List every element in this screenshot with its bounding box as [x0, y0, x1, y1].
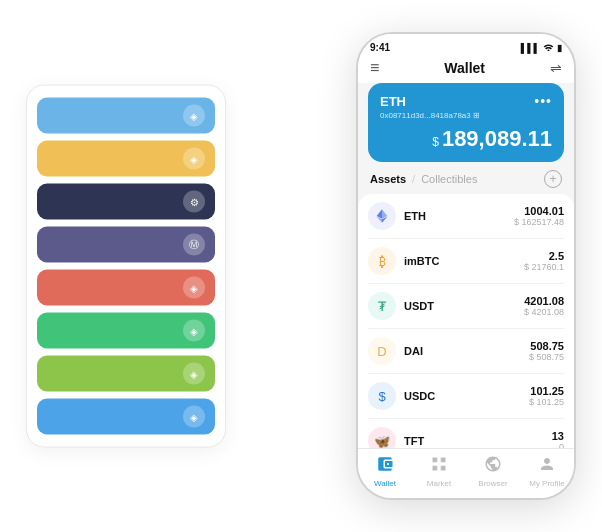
status-icons: ▌▌▌ ▮	[521, 42, 562, 53]
phone-header: ≡ Wallet ⇌	[358, 55, 574, 83]
nav-icon-wallet	[376, 455, 394, 477]
assets-tabs: Assets / Collectibles	[370, 173, 477, 185]
nav-my-profile[interactable]: My Profile	[520, 455, 574, 488]
card-item[interactable]: ⚙	[37, 184, 215, 220]
eth-card-address: 0x08711d3d...8418a78a3 ⊞	[380, 111, 552, 120]
nav-icon-market	[430, 455, 448, 477]
tab-divider: /	[412, 173, 415, 185]
card-icon: ◈	[183, 406, 205, 428]
asset-symbol: USDC	[404, 390, 529, 402]
eth-card-menu[interactable]: •••	[534, 93, 552, 109]
asset-values: 4201.08 $ 4201.08	[524, 295, 564, 317]
nav-label-browser: Browser	[478, 479, 507, 488]
asset-usd: $ 4201.08	[524, 307, 564, 317]
card-item[interactable]: ◈	[37, 313, 215, 349]
asset-values: 2.5 $ 21760.1	[524, 250, 564, 272]
nav-label-market: Market	[427, 479, 451, 488]
nav-wallet[interactable]: Wallet	[358, 455, 412, 488]
bottom-nav: Wallet Market Browser My Profile	[358, 448, 574, 498]
asset-row[interactable]: ₿ imBTC 2.5 $ 21760.1	[368, 239, 564, 284]
asset-list: ETH 1004.01 $ 162517.48 ₿ imBTC 2.5 $ 21…	[358, 194, 574, 448]
nav-label-wallet: Wallet	[374, 479, 396, 488]
card-item[interactable]: ◈	[37, 356, 215, 392]
nav-icon-my profile	[538, 455, 556, 477]
asset-icon-imbtc: ₿	[368, 247, 396, 275]
card-icon: ◈	[183, 105, 205, 127]
asset-symbol: ETH	[404, 210, 514, 222]
eth-card-balance: $189,089.11	[380, 126, 552, 152]
asset-amount: 13	[552, 430, 564, 442]
asset-row[interactable]: ETH 1004.01 $ 162517.48	[368, 194, 564, 239]
asset-row[interactable]: ₮ USDT 4201.08 $ 4201.08	[368, 284, 564, 329]
card-item[interactable]: Ⓜ	[37, 227, 215, 263]
status-bar: 9:41 ▌▌▌ ▮	[358, 34, 574, 55]
scene: ◈◈⚙Ⓜ◈◈◈◈ 9:41 ▌▌▌ ▮ ≡ Wallet ⇌ ETH	[26, 16, 576, 516]
asset-usd: $ 21760.1	[524, 262, 564, 272]
wifi-icon	[543, 42, 554, 53]
battery-icon: ▮	[557, 43, 562, 53]
asset-amount: 101.25	[529, 385, 564, 397]
asset-symbol: USDT	[404, 300, 524, 312]
asset-values: 508.75 $ 508.75	[529, 340, 564, 362]
eth-card[interactable]: ETH ••• 0x08711d3d...8418a78a3 ⊞ $189,08…	[368, 83, 564, 162]
card-item[interactable]: ◈	[37, 399, 215, 435]
scan-icon[interactable]: ⇌	[550, 60, 562, 76]
asset-icon-tft: 🦋	[368, 427, 396, 448]
asset-values: 1004.01 $ 162517.48	[514, 205, 564, 227]
asset-usd: $ 101.25	[529, 397, 564, 407]
asset-amount: 2.5	[524, 250, 564, 262]
asset-symbol: DAI	[404, 345, 529, 357]
nav-market[interactable]: Market	[412, 455, 466, 488]
asset-row[interactable]: D DAI 508.75 $ 508.75	[368, 329, 564, 374]
nav-browser[interactable]: Browser	[466, 455, 520, 488]
card-icon: Ⓜ	[183, 234, 205, 256]
assets-header: Assets / Collectibles +	[358, 170, 574, 194]
card-item[interactable]: ◈	[37, 98, 215, 134]
wallet-title: Wallet	[444, 60, 485, 76]
status-time: 9:41	[370, 42, 390, 53]
card-icon: ◈	[183, 277, 205, 299]
asset-usd: $ 162517.48	[514, 217, 564, 227]
eth-card-header: ETH •••	[380, 93, 552, 109]
phone-mockup: 9:41 ▌▌▌ ▮ ≡ Wallet ⇌ ETH ••• 0x0871	[356, 32, 576, 500]
asset-values: 101.25 $ 101.25	[529, 385, 564, 407]
nav-label-my profile: My Profile	[529, 479, 565, 488]
card-icon: ◈	[183, 363, 205, 385]
card-icon: ◈	[183, 320, 205, 342]
asset-row[interactable]: 🦋 TFT 13 0	[368, 419, 564, 448]
asset-values: 13 0	[552, 430, 564, 448]
asset-icon-usdc: $	[368, 382, 396, 410]
add-asset-button[interactable]: +	[544, 170, 562, 188]
currency-symbol: $	[432, 135, 439, 149]
asset-amount: 508.75	[529, 340, 564, 352]
asset-icon-eth	[368, 202, 396, 230]
asset-icon-usdt: ₮	[368, 292, 396, 320]
signal-icon: ▌▌▌	[521, 43, 540, 53]
menu-icon[interactable]: ≡	[370, 59, 379, 77]
eth-card-title: ETH	[380, 94, 406, 109]
balance-amount: 189,089.11	[442, 126, 552, 151]
phone-content: ETH ••• 0x08711d3d...8418a78a3 ⊞ $189,08…	[358, 83, 574, 448]
card-icon: ◈	[183, 148, 205, 170]
asset-row[interactable]: $ USDC 101.25 $ 101.25	[368, 374, 564, 419]
card-icon: ⚙	[183, 191, 205, 213]
asset-usd: $ 508.75	[529, 352, 564, 362]
card-item[interactable]: ◈	[37, 270, 215, 306]
nav-icon-browser	[484, 455, 502, 477]
asset-symbol: TFT	[404, 435, 552, 447]
asset-amount: 4201.08	[524, 295, 564, 307]
asset-amount: 1004.01	[514, 205, 564, 217]
asset-icon-dai: D	[368, 337, 396, 365]
tab-assets[interactable]: Assets	[370, 173, 406, 185]
asset-symbol: imBTC	[404, 255, 524, 267]
tab-collectibles[interactable]: Collectibles	[421, 173, 477, 185]
card-item[interactable]: ◈	[37, 141, 215, 177]
card-stack: ◈◈⚙Ⓜ◈◈◈◈	[26, 85, 226, 448]
